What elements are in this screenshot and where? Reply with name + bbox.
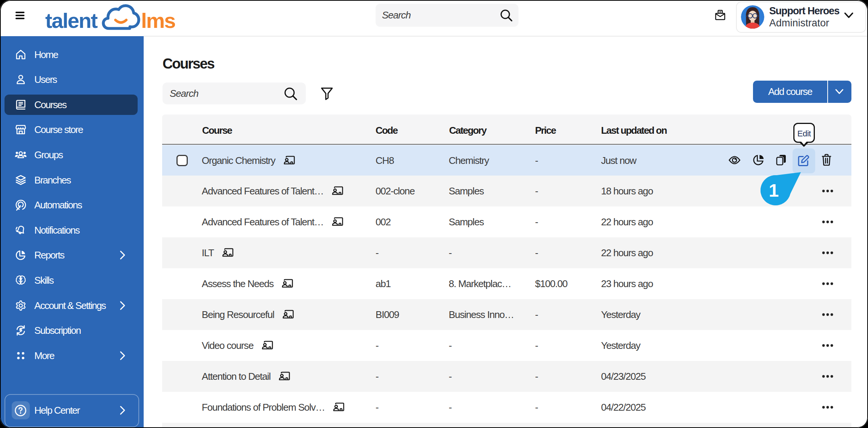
svg-text:1: 1 [769,180,779,200]
